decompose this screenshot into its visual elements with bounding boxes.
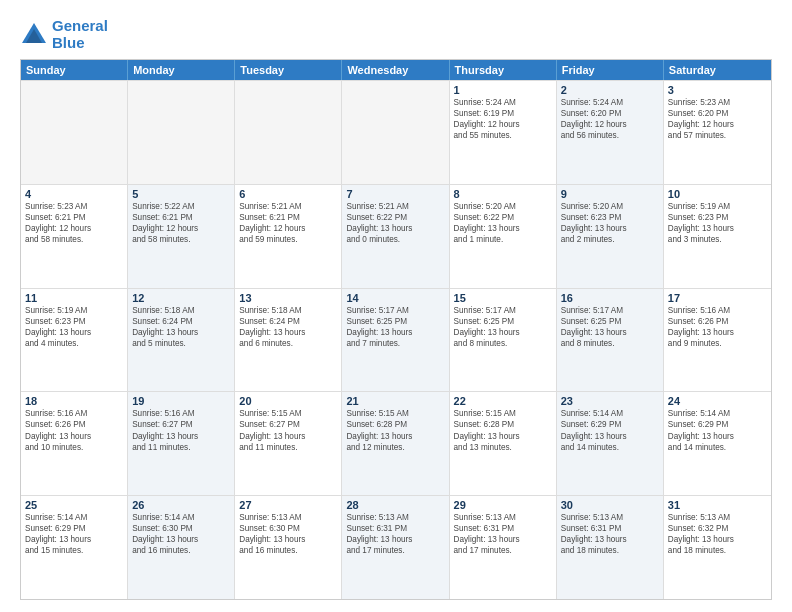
cell-info-line: and 14 minutes. [668,442,767,453]
cell-info-line: Daylight: 13 hours [132,431,230,442]
cell-info-line: Daylight: 13 hours [561,223,659,234]
cell-info-line: Daylight: 13 hours [668,223,767,234]
day-number: 16 [561,292,659,304]
cell-info-line: Sunrise: 5:19 AM [25,305,123,316]
cell-info-line: Sunset: 6:25 PM [561,316,659,327]
cell-info-line: Sunset: 6:31 PM [561,523,659,534]
day-number: 25 [25,499,123,511]
cell-info-line: and 12 minutes. [346,442,444,453]
cell-info-line: and 58 minutes. [25,234,123,245]
cell-info-line: Sunset: 6:27 PM [132,419,230,430]
weekday-header: Tuesday [235,60,342,80]
cell-info-line: Sunrise: 5:14 AM [668,408,767,419]
cell-info-line: Sunset: 6:24 PM [239,316,337,327]
cell-info-line: and 1 minute. [454,234,552,245]
cell-info-line: Sunset: 6:27 PM [239,419,337,430]
calendar-cell: 13Sunrise: 5:18 AMSunset: 6:24 PMDayligh… [235,289,342,392]
calendar-cell: 4Sunrise: 5:23 AMSunset: 6:21 PMDaylight… [21,185,128,288]
weekday-header: Monday [128,60,235,80]
cell-info-line: and 11 minutes. [132,442,230,453]
cell-info-line: Sunset: 6:25 PM [454,316,552,327]
calendar-cell [128,81,235,184]
cell-info-line: Daylight: 13 hours [668,431,767,442]
day-number: 23 [561,395,659,407]
cell-info-line: Sunrise: 5:15 AM [346,408,444,419]
calendar-cell: 27Sunrise: 5:13 AMSunset: 6:30 PMDayligh… [235,496,342,599]
cell-info-line: and 56 minutes. [561,130,659,141]
calendar-row: 1Sunrise: 5:24 AMSunset: 6:19 PMDaylight… [21,80,771,184]
day-number: 21 [346,395,444,407]
cell-info-line: and 6 minutes. [239,338,337,349]
day-number: 26 [132,499,230,511]
cell-info-line: Sunset: 6:28 PM [346,419,444,430]
cell-info-line: Sunset: 6:20 PM [561,108,659,119]
calendar-cell: 2Sunrise: 5:24 AMSunset: 6:20 PMDaylight… [557,81,664,184]
calendar-cell: 19Sunrise: 5:16 AMSunset: 6:27 PMDayligh… [128,392,235,495]
cell-info-line: Daylight: 12 hours [561,119,659,130]
day-number: 22 [454,395,552,407]
cell-info-line: Sunset: 6:22 PM [454,212,552,223]
cell-info-line: Daylight: 12 hours [454,119,552,130]
cell-info-line: Sunrise: 5:24 AM [454,97,552,108]
cell-info-line: Sunset: 6:20 PM [668,108,767,119]
cell-info-line: Daylight: 13 hours [239,431,337,442]
cell-info-line: Sunset: 6:29 PM [561,419,659,430]
day-number: 1 [454,84,552,96]
cell-info-line: Daylight: 13 hours [239,534,337,545]
day-number: 20 [239,395,337,407]
calendar-cell: 9Sunrise: 5:20 AMSunset: 6:23 PMDaylight… [557,185,664,288]
calendar-cell: 26Sunrise: 5:14 AMSunset: 6:30 PMDayligh… [128,496,235,599]
cell-info-line: Daylight: 13 hours [561,327,659,338]
cell-info-line: and 5 minutes. [132,338,230,349]
cell-info-line: Sunset: 6:23 PM [561,212,659,223]
cell-info-line: Sunrise: 5:14 AM [25,512,123,523]
cell-info-line: Daylight: 13 hours [668,534,767,545]
day-number: 4 [25,188,123,200]
calendar-cell: 5Sunrise: 5:22 AMSunset: 6:21 PMDaylight… [128,185,235,288]
calendar-cell: 22Sunrise: 5:15 AMSunset: 6:28 PMDayligh… [450,392,557,495]
cell-info-line: Daylight: 13 hours [239,327,337,338]
cell-info-line: and 10 minutes. [25,442,123,453]
cell-info-line: Sunset: 6:29 PM [25,523,123,534]
cell-info-line: and 57 minutes. [668,130,767,141]
cell-info-line: Sunset: 6:29 PM [668,419,767,430]
day-number: 14 [346,292,444,304]
cell-info-line: Sunset: 6:31 PM [454,523,552,534]
calendar-cell: 30Sunrise: 5:13 AMSunset: 6:31 PMDayligh… [557,496,664,599]
cell-info-line: Daylight: 13 hours [346,223,444,234]
calendar-cell: 23Sunrise: 5:14 AMSunset: 6:29 PMDayligh… [557,392,664,495]
cell-info-line: Sunset: 6:24 PM [132,316,230,327]
cell-info-line: Sunrise: 5:16 AM [132,408,230,419]
calendar-cell: 14Sunrise: 5:17 AMSunset: 6:25 PMDayligh… [342,289,449,392]
logo-text: General Blue [52,18,108,51]
cell-info-line: Sunrise: 5:13 AM [239,512,337,523]
cell-info-line: Sunrise: 5:23 AM [668,97,767,108]
cell-info-line: Sunrise: 5:13 AM [346,512,444,523]
cell-info-line: Sunset: 6:25 PM [346,316,444,327]
cell-info-line: Sunrise: 5:15 AM [239,408,337,419]
calendar-cell: 11Sunrise: 5:19 AMSunset: 6:23 PMDayligh… [21,289,128,392]
cell-info-line: Sunrise: 5:19 AM [668,201,767,212]
cell-info-line: Daylight: 13 hours [454,431,552,442]
cell-info-line: Daylight: 13 hours [346,431,444,442]
day-number: 24 [668,395,767,407]
calendar-cell: 12Sunrise: 5:18 AMSunset: 6:24 PMDayligh… [128,289,235,392]
cell-info-line: Sunset: 6:28 PM [454,419,552,430]
calendar-cell: 1Sunrise: 5:24 AMSunset: 6:19 PMDaylight… [450,81,557,184]
cell-info-line: Daylight: 13 hours [346,327,444,338]
cell-info-line: Sunset: 6:21 PM [25,212,123,223]
cell-info-line: Daylight: 13 hours [132,327,230,338]
cell-info-line: Sunrise: 5:16 AM [668,305,767,316]
cell-info-line: Daylight: 13 hours [25,327,123,338]
calendar-cell [21,81,128,184]
cell-info-line: Daylight: 12 hours [25,223,123,234]
cell-info-line: Daylight: 12 hours [239,223,337,234]
day-number: 29 [454,499,552,511]
cell-info-line: Sunrise: 5:17 AM [346,305,444,316]
calendar-row: 4Sunrise: 5:23 AMSunset: 6:21 PMDaylight… [21,184,771,288]
calendar-cell: 6Sunrise: 5:21 AMSunset: 6:21 PMDaylight… [235,185,342,288]
cell-info-line: Sunset: 6:21 PM [239,212,337,223]
calendar-cell: 29Sunrise: 5:13 AMSunset: 6:31 PMDayligh… [450,496,557,599]
day-number: 2 [561,84,659,96]
weekday-header: Thursday [450,60,557,80]
